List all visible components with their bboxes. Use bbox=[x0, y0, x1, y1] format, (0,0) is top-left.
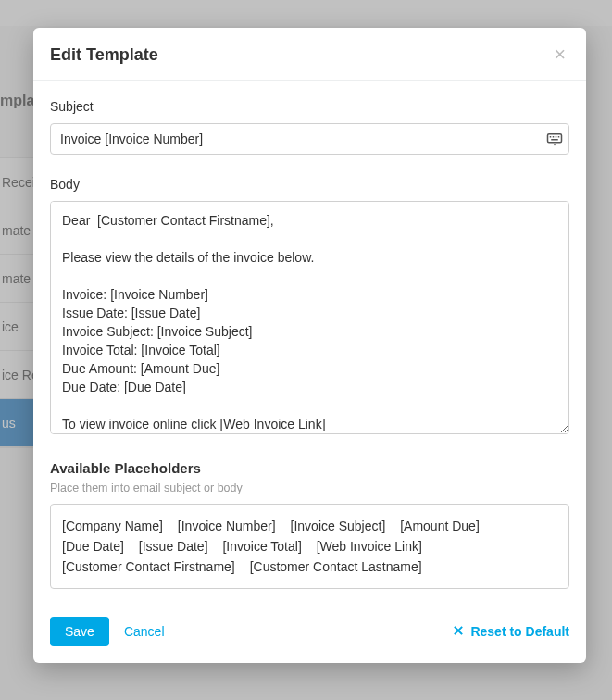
svg-rect-5 bbox=[551, 139, 558, 141]
placeholders-box: [Company Name] [Invoice Number] [Invoice… bbox=[50, 504, 569, 589]
reset-icon bbox=[452, 624, 465, 640]
modal-body: Subject Body Dear [Cus bbox=[33, 81, 586, 602]
body-textarea[interactable]: Dear [Customer Contact Firstname], Pleas… bbox=[50, 201, 569, 434]
edit-template-modal: Edit Template × Subject bbox=[33, 28, 586, 663]
modal-header: Edit Template × bbox=[33, 28, 586, 81]
reset-label: Reset to Default bbox=[470, 624, 569, 639]
placeholder-item[interactable]: [Amount Due] bbox=[400, 516, 480, 536]
svg-rect-3 bbox=[556, 136, 557, 138]
placeholder-item[interactable]: [Due Date] bbox=[62, 536, 124, 556]
subject-input[interactable] bbox=[50, 123, 569, 155]
modal-footer: Save Cancel Reset to Default bbox=[33, 602, 586, 663]
body-label: Body bbox=[50, 177, 569, 192]
placeholders-group: Available Placeholders Place them into e… bbox=[50, 460, 569, 589]
svg-rect-0 bbox=[548, 134, 562, 143]
subject-label: Subject bbox=[50, 99, 569, 114]
placeholder-item[interactable]: [Invoice Subject] bbox=[291, 516, 386, 536]
placeholder-item[interactable]: [Invoice Total] bbox=[222, 536, 301, 556]
svg-rect-2 bbox=[553, 136, 555, 138]
placeholder-item[interactable]: [Customer Contact Firstname] bbox=[62, 556, 235, 577]
placeholder-item[interactable]: [Customer Contact Lastname] bbox=[250, 556, 422, 577]
close-icon: × bbox=[554, 43, 566, 66]
subject-group: Subject bbox=[50, 99, 569, 155]
placeholder-item[interactable]: [Web Invoice Link] bbox=[317, 536, 422, 556]
placeholders-title: Available Placeholders bbox=[50, 460, 569, 476]
svg-rect-4 bbox=[558, 136, 560, 138]
placeholder-item[interactable]: [Company Name] bbox=[62, 516, 163, 536]
placeholders-subtitle: Place them into email subject or body bbox=[50, 481, 569, 494]
reset-to-default-button[interactable]: Reset to Default bbox=[452, 624, 569, 640]
svg-rect-1 bbox=[550, 136, 552, 138]
body-group: Body Dear [Customer Contact Firstname], … bbox=[50, 177, 569, 438]
modal-title: Edit Template bbox=[50, 45, 158, 65]
keyboard-icon[interactable] bbox=[545, 130, 564, 148]
placeholder-item[interactable]: [Invoice Number] bbox=[178, 516, 276, 536]
placeholder-item[interactable]: [Issue Date] bbox=[139, 536, 208, 556]
save-button[interactable]: Save bbox=[50, 617, 109, 646]
close-button[interactable]: × bbox=[550, 44, 569, 65]
cancel-button[interactable]: Cancel bbox=[122, 619, 167, 644]
